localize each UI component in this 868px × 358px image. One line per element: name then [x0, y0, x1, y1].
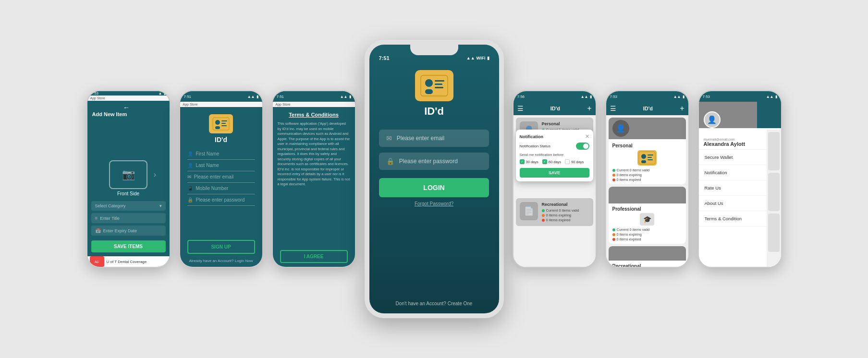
profile-name: Alexandra Aylott	[704, 141, 776, 147]
login-button[interactable]: LOGIN	[379, 178, 489, 197]
email-icon: ✉	[187, 174, 191, 179]
svg-rect-15	[648, 155, 653, 155]
back-arrow-icon[interactable]: ←	[123, 104, 130, 111]
personal-category-name: Personal	[542, 121, 589, 126]
title-icon: ≡	[95, 215, 98, 221]
screen3-battery: ▮	[349, 95, 351, 99]
screen6-title: ID'd	[643, 106, 653, 111]
app-logo-screen2	[209, 114, 233, 133]
screen6-add-icon[interactable]: +	[680, 104, 684, 113]
email-envelope-icon: ✉	[386, 134, 392, 142]
agree-button[interactable]: I AGREE	[280, 250, 348, 263]
email-field[interactable]: ✉ Please enter email	[187, 171, 255, 183]
recreational-name-s5: Recreational	[542, 202, 589, 207]
person-icon: 👤	[187, 151, 193, 156]
camera-upload-box[interactable]: 📷 ›	[109, 160, 147, 189]
phone-screen2: 7:51 ▲▲ ▮ App Store	[179, 90, 263, 268]
notif-save-button[interactable]: SAVE	[520, 168, 589, 178]
screen5-header: ☰ ID'd +	[513, 102, 596, 115]
mobile-placeholder: Mobile Number	[196, 186, 229, 191]
screen2-appstore: App Store	[183, 103, 198, 106]
screen5-title: ID'd	[550, 106, 560, 111]
login-signal: ▲▲	[466, 56, 475, 60]
terms-title: Terms & Conditions	[278, 112, 350, 118]
screen6-battery: ▮	[683, 95, 685, 99]
r-current-dot	[542, 209, 545, 212]
lock-icon: 🔒	[187, 197, 193, 203]
firstname-placeholder: First Name	[196, 151, 220, 156]
login-logo	[415, 70, 453, 101]
screen2-time: 7:51	[184, 95, 192, 99]
checkbox-90days[interactable]: 90 days	[565, 159, 584, 164]
no-account-text[interactable]: Don't have an Account? Create One	[396, 301, 473, 306]
doc-icon-s5: 📄	[524, 206, 534, 216]
chevron-right-icon: ›	[154, 170, 156, 179]
screen1-appstore: App Store	[90, 96, 105, 100]
signup-button[interactable]: SIGN UP	[187, 240, 255, 254]
screen6-hamburger[interactable]: ☰	[610, 105, 616, 112]
notification-toggle[interactable]	[576, 143, 589, 150]
checkbox-60days[interactable]: ✓ 60 days	[542, 159, 561, 164]
screen6-time: 7:53	[610, 95, 618, 99]
login-battery: ▮	[487, 56, 489, 60]
screen1-battery: ▮	[164, 91, 166, 95]
check60-label: 60 days	[549, 160, 561, 164]
notif-close-button[interactable]: ✕	[585, 133, 589, 140]
password-placeholder: Please enter password	[196, 197, 245, 203]
forgot-password-link[interactable]: Forgot Password?	[415, 201, 453, 206]
already-account-text: Already have an Account? Login Now	[180, 259, 262, 263]
login-password-input[interactable]: 🔒 Please enter password	[379, 153, 489, 170]
mobile-field[interactable]: 📱 Mobile Number	[187, 183, 255, 194]
save-items-button[interactable]: SAVE ITEMS	[91, 240, 166, 252]
screen7-signal: ▲▲	[766, 95, 774, 99]
screen3-appstore: App Store	[276, 103, 291, 106]
svg-rect-12	[639, 152, 655, 164]
phone-screen1: 7:53 ▲ ▮ App Store ← Add New Item 📷 › Fr…	[86, 90, 171, 268]
select-category-label: Select Category	[95, 203, 126, 208]
camera-icon: 📷	[122, 168, 135, 181]
firstname-field[interactable]: 👤 First Name	[187, 148, 255, 160]
title-field[interactable]: ≡ Enter Title	[91, 213, 166, 223]
svg-rect-16	[648, 157, 652, 158]
svg-rect-4	[221, 123, 226, 124]
screen5-battery: ▮	[590, 95, 592, 99]
email-placeholder: Please enter email	[194, 174, 234, 179]
screen1-title: Add New Item	[92, 111, 165, 150]
svg-rect-5	[221, 125, 227, 126]
phone-icon: 📱	[187, 186, 193, 191]
password-field[interactable]: 🔒 Please enter password	[187, 194, 255, 206]
screen1-time: 7:53	[91, 91, 99, 95]
notif-modal-title: Notification	[520, 134, 544, 139]
svg-rect-8	[425, 89, 433, 94]
login-email-input[interactable]: ✉ Please enter email	[379, 130, 489, 147]
checkbox-30days[interactable]: ✓ 30 days	[520, 159, 538, 164]
recreational-icon-box-s5: 📄	[520, 202, 538, 220]
screen6-signal: ▲▲	[673, 95, 681, 99]
check30-box: ✓	[520, 159, 525, 164]
login-time: 7:51	[379, 55, 390, 61]
screen2-battery: ▮	[257, 95, 258, 99]
svg-rect-2	[215, 126, 220, 129]
svg-point-1	[215, 120, 220, 125]
ad-thumbnail: AD	[90, 256, 104, 267]
recreational-card-s5: 📄 Recreational Current 0 items valid 0 i…	[516, 198, 593, 226]
s6-personal-name: Personal	[612, 143, 682, 148]
svg-point-13	[641, 154, 646, 159]
svg-rect-14	[641, 160, 646, 163]
select-category-field[interactable]: Select Category ▾	[91, 201, 166, 211]
svg-rect-9	[435, 80, 444, 82]
notif-status-label: Notification Status	[520, 144, 550, 148]
expiry-field[interactable]: 📅 Enter Expiry Date	[91, 226, 166, 236]
check30-label: 30 days	[526, 160, 538, 164]
profile-email: myemail@email.com	[704, 138, 776, 141]
lastname-placeholder: Last Name	[196, 163, 219, 168]
lastname-field[interactable]: 👤 Last Name	[187, 160, 255, 171]
expiry-placeholder: Enter Expiry Date	[103, 228, 137, 233]
dropdown-arrow: ▾	[159, 203, 162, 208]
hamburger-icon[interactable]: ☰	[517, 105, 524, 112]
svg-rect-10	[435, 84, 442, 85]
title-placeholder: Enter Title	[100, 216, 120, 221]
svg-rect-17	[648, 159, 653, 160]
add-item-icon[interactable]: +	[587, 104, 591, 113]
screen3-signal: ▲▲	[340, 95, 348, 99]
